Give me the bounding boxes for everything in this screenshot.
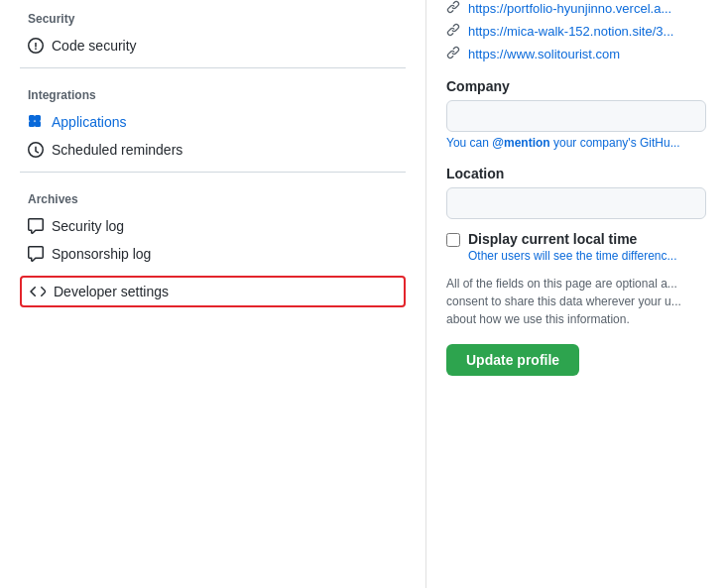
local-time-checkbox[interactable] bbox=[446, 233, 460, 247]
link-row-1: https://portfolio-hyunjinno.vercel.a... bbox=[446, 0, 706, 17]
security-log-label: Security log bbox=[52, 218, 124, 234]
link-row-2: https://mica-walk-152.notion.site/3... bbox=[446, 23, 706, 40]
security-section: Security Code security bbox=[20, 0, 425, 59]
info-text-content: All of the fields on this page are optio… bbox=[446, 277, 681, 326]
scheduled-reminders-label: Scheduled reminders bbox=[52, 142, 182, 158]
code-security-label: Code security bbox=[52, 38, 137, 54]
sidebar-item-scheduled-reminders[interactable]: Scheduled reminders bbox=[20, 136, 406, 164]
sidebar-item-applications[interactable]: Applications bbox=[20, 108, 406, 136]
company-hint-mention: @mention bbox=[492, 136, 549, 150]
shield-icon bbox=[28, 38, 44, 54]
company-section: Company You can @mention your company's … bbox=[446, 78, 706, 150]
location-input[interactable] bbox=[446, 187, 706, 219]
security-section-label: Security bbox=[20, 0, 425, 32]
grid-icon bbox=[28, 114, 44, 130]
divider-1 bbox=[20, 67, 406, 68]
company-label: Company bbox=[446, 78, 706, 94]
location-section: Location bbox=[446, 166, 706, 219]
local-time-label: Display current local time bbox=[468, 231, 677, 247]
archives-section: Archives Security log Sponsorship log bbox=[20, 180, 425, 268]
local-time-hint: Other users will see the time differenc.… bbox=[468, 249, 677, 263]
company-input[interactable] bbox=[446, 100, 706, 132]
company-hint: You can @mention your company's GitHu... bbox=[446, 136, 706, 150]
list-icon-2 bbox=[28, 246, 44, 262]
list-icon-1 bbox=[28, 218, 44, 234]
archives-section-label: Archives bbox=[20, 180, 425, 212]
developer-settings-label: Developer settings bbox=[54, 284, 169, 299]
content-panel: https://portfolio-hyunjinno.vercel.a... … bbox=[426, 0, 726, 588]
integrations-section: Integrations Applications Scheduled remi… bbox=[20, 76, 425, 164]
sidebar-item-sponsorship-log[interactable]: Sponsorship log bbox=[20, 240, 406, 268]
link-icon-2 bbox=[446, 23, 460, 40]
local-time-row: Display current local time Other users w… bbox=[446, 231, 706, 263]
link-icon-1 bbox=[446, 0, 460, 17]
sidebar-item-code-security[interactable]: Code security bbox=[20, 32, 406, 59]
divider-2 bbox=[20, 172, 406, 173]
integrations-section-label: Integrations bbox=[20, 76, 425, 108]
code-icon bbox=[30, 284, 46, 299]
sidebar: Security Code security Integrations Appl… bbox=[0, 0, 426, 588]
link-url-3[interactable]: https://www.solitourist.com bbox=[468, 47, 620, 61]
location-label: Location bbox=[446, 166, 706, 181]
link-url-2[interactable]: https://mica-walk-152.notion.site/3... bbox=[468, 24, 673, 39]
info-text: All of the fields on this page are optio… bbox=[446, 275, 706, 328]
link-icon-3 bbox=[446, 46, 460, 62]
applications-label: Applications bbox=[52, 114, 127, 130]
company-hint-suffix: your company's GitHu... bbox=[550, 136, 680, 150]
sidebar-item-security-log[interactable]: Security log bbox=[20, 212, 406, 240]
link-row-3: https://www.solitourist.com bbox=[446, 46, 706, 62]
clock-icon bbox=[28, 142, 44, 158]
links-section: https://portfolio-hyunjinno.vercel.a... … bbox=[446, 0, 706, 62]
sponsorship-log-label: Sponsorship log bbox=[52, 246, 151, 262]
sidebar-item-developer-settings[interactable]: Developer settings bbox=[20, 276, 406, 307]
update-profile-button[interactable]: Update profile bbox=[446, 344, 579, 376]
local-time-text: Display current local time Other users w… bbox=[468, 231, 677, 263]
link-url-1[interactable]: https://portfolio-hyunjinno.vercel.a... bbox=[468, 1, 671, 16]
company-hint-prefix: You can bbox=[446, 136, 492, 150]
